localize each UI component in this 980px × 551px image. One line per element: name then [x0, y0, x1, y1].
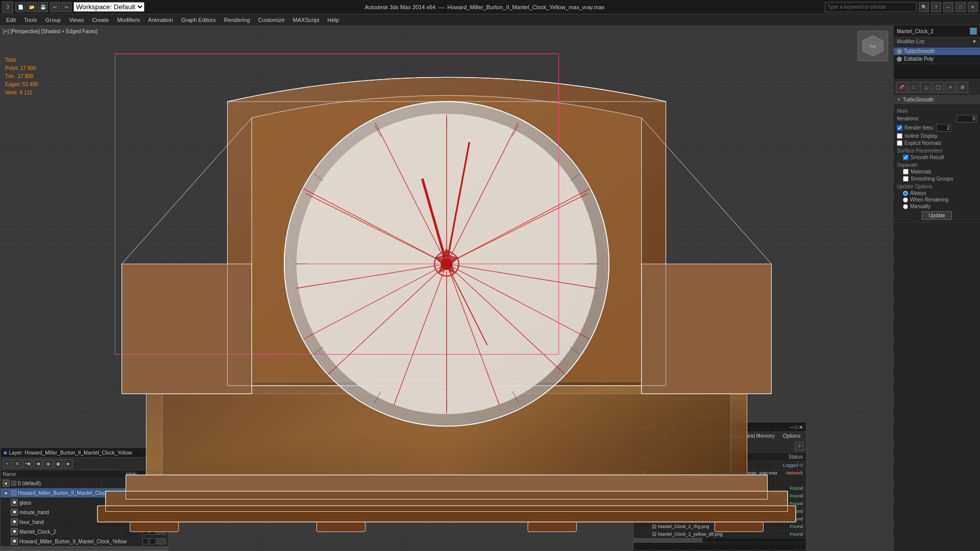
title-bar: Autodesk 3ds Max 2014 x64 — Howard_Mille…: [146, 4, 823, 10]
turbosmooth-rollout: TurboSmooth Main Iterations: Render Iter…: [894, 95, 980, 222]
modifier-tab-tri[interactable]: △: [920, 82, 932, 93]
stats-total: Total: [5, 56, 38, 64]
iterations-label: Iterations:: [897, 116, 919, 121]
menu-group[interactable]: Group: [41, 16, 65, 24]
menu-create[interactable]: Create: [88, 16, 113, 24]
render-iters-label: Render Iters:: [904, 125, 934, 131]
separate-label: Separate: [897, 162, 977, 168]
app-logo: 3: [2, 2, 13, 13]
object-name-row: Mantel_Clock_2: [894, 26, 980, 37]
menubar: Edit Tools Group Views Create Modifiers …: [0, 14, 980, 26]
menu-tools[interactable]: Tools: [20, 16, 41, 24]
render-iters-input[interactable]: [936, 124, 951, 132]
menu-edit[interactable]: Edit: [2, 16, 20, 24]
viewport-stats: Total Polys: 17 600 Tris: 17 800 Edges: …: [5, 56, 38, 97]
isoline-checkbox[interactable]: [897, 133, 902, 139]
svg-rect-66: [316, 522, 365, 532]
right-panel: Mantel_Clock_2 Modifier List ▼ TurboSmoo…: [893, 26, 980, 551]
stats-polys: Polys: 17 600: [5, 64, 38, 72]
undo-toolbar: ↩ ↪: [50, 2, 71, 12]
turbosmooth-header[interactable]: TurboSmooth: [894, 95, 980, 104]
modifier-stack: TurboSmooth Editable Poly: [894, 46, 980, 64]
turbosmooth-body: Main Iterations: Render Iters: Isoline D…: [894, 104, 980, 222]
turbosmooth-main-label: Main: [897, 108, 977, 114]
smooth-result-row: Smooth Result: [897, 155, 977, 160]
modifier-list-text: Modifier List: [897, 39, 924, 44]
search-btn[interactable]: 🔍: [919, 2, 929, 12]
close-btn[interactable]: ✕: [968, 2, 978, 12]
clock-viewport: [0, 26, 893, 551]
stats-edges: Edges: 53 400: [5, 81, 38, 89]
smooth-result-label: Smooth Result: [911, 155, 944, 160]
modifier-tab-box[interactable]: □: [908, 82, 919, 93]
modifier-tab-sphere[interactable]: ◯: [933, 82, 944, 93]
menu-graph-editors[interactable]: Graph Editors: [177, 16, 220, 24]
modifier-name: TurboSmooth: [904, 48, 935, 54]
modifier-list-label: Modifier List ▼: [894, 37, 980, 46]
modifier-light-icon: [897, 57, 902, 62]
menu-animation[interactable]: Animation: [144, 16, 177, 24]
stats-tris: Tris: 17 800: [5, 72, 38, 81]
object-color-swatch[interactable]: [970, 28, 977, 35]
svg-rect-64: [130, 522, 179, 532]
modifier-name: Editable Poly: [904, 56, 934, 62]
topbar: 3 📄 📂 💾 ↩ ↪ Workspace: Default Autodesk …: [0, 0, 980, 14]
iterations-row: Iterations:: [897, 115, 977, 122]
svg-rect-67: [528, 522, 576, 532]
render-iters-row: Render Iters:: [897, 124, 977, 132]
manually-radio[interactable]: [903, 204, 908, 209]
nav-cube[interactable]: Top: [857, 31, 888, 61]
modifier-list-dropdown[interactable]: ▼: [972, 39, 977, 44]
modifier-tab-grid[interactable]: #: [945, 82, 956, 93]
svg-rect-65: [715, 522, 763, 532]
undo-btn[interactable]: ↩: [50, 2, 60, 12]
file-toolbar: 📄 📂 💾: [15, 2, 48, 12]
explicit-normals-checkbox[interactable]: [897, 140, 902, 146]
menu-rendering[interactable]: Rendering: [220, 16, 254, 24]
smooth-result-checkbox[interactable]: [903, 155, 909, 160]
redo-btn[interactable]: ↪: [61, 2, 71, 12]
menu-customize[interactable]: Customize: [254, 16, 289, 24]
when-rendering-radio[interactable]: [903, 197, 908, 203]
smoothing-groups-label: Smoothing Groups: [911, 176, 953, 182]
modifier-tab-extra[interactable]: ⊞: [957, 82, 968, 93]
update-button[interactable]: Update: [922, 211, 951, 220]
modifier-turbosmooth[interactable]: TurboSmooth: [894, 47, 980, 55]
always-row: Always: [897, 190, 977, 196]
svg-rect-8: [642, 264, 772, 394]
manually-label: Manually: [910, 204, 930, 209]
main-area: [+] [Perspective] [Shaded + Edged Faces]…: [0, 26, 980, 551]
explicit-normals-label: Explicit Normals: [904, 140, 941, 146]
svg-text:Top: Top: [870, 44, 876, 48]
render-iters-checkbox[interactable]: [897, 125, 902, 131]
help-btn[interactable]: ?: [931, 2, 941, 12]
maximize-btn[interactable]: □: [955, 2, 966, 12]
viewport[interactable]: [+] [Perspective] [Shaded + Edged Faces]…: [0, 26, 893, 551]
app-title: Autodesk 3ds Max 2014 x64: [364, 4, 435, 10]
smoothing-groups-row: Smoothing Groups: [897, 176, 977, 182]
minimize-btn[interactable]: ─: [943, 2, 953, 12]
iterations-input[interactable]: [957, 115, 977, 122]
workspace-selector[interactable]: Workspace: Default: [74, 2, 144, 12]
save-btn[interactable]: 💾: [38, 2, 48, 12]
modifier-editablepoly[interactable]: Editable Poly: [894, 55, 980, 63]
pin-icon-btn[interactable]: 📌: [896, 82, 907, 93]
menu-modifiers[interactable]: Modifiers: [113, 16, 144, 24]
menu-views[interactable]: Views: [65, 16, 88, 24]
new-btn[interactable]: 📄: [15, 2, 26, 12]
manually-row: Manually: [897, 204, 977, 209]
search-input[interactable]: [825, 2, 917, 12]
smoothing-groups-checkbox[interactable]: [903, 176, 909, 182]
isoline-row: Isoline Display: [897, 133, 977, 139]
when-rendering-row: When Rendering: [897, 197, 977, 203]
viewport-label: [+] [Perspective] [Shaded + Edged Faces]: [3, 29, 97, 34]
open-btn[interactable]: 📂: [27, 2, 37, 12]
menu-maxscript[interactable]: MAXScript: [289, 16, 324, 24]
materials-checkbox[interactable]: [903, 169, 909, 174]
menu-help[interactable]: Help: [324, 16, 344, 24]
isoline-label: Isoline Display: [904, 133, 937, 139]
file-name: Howard_Miller_Burton_II_Mantel_Clock_Yel…: [447, 4, 604, 10]
object-name: Mantel_Clock_2: [897, 29, 934, 34]
materials-row: Materials: [897, 169, 977, 174]
always-radio[interactable]: [903, 191, 908, 196]
